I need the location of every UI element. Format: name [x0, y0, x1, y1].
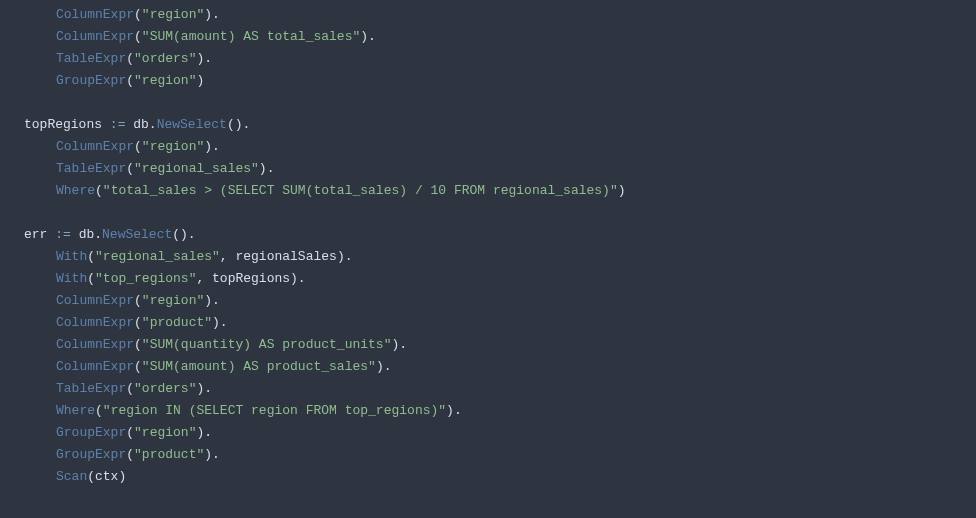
token-method: TableExpr: [56, 381, 126, 396]
token-method: GroupExpr: [56, 73, 126, 88]
token-ident: db.: [71, 227, 102, 242]
token-punct: ).: [196, 51, 212, 66]
token-method: ColumnExpr: [56, 7, 134, 22]
token-punct: ).: [360, 29, 376, 44]
code-line[interactable]: ColumnExpr("SUM(quantity) AS product_uni…: [24, 334, 976, 356]
blank-line: [24, 92, 976, 114]
token-method: Where: [56, 183, 95, 198]
code-line[interactable]: With("regional_sales", regionalSales).: [24, 246, 976, 268]
token-string: "region IN (SELECT region FROM top_regio…: [103, 403, 446, 418]
token-method: ColumnExpr: [56, 337, 134, 352]
token-method: With: [56, 249, 87, 264]
token-method: TableExpr: [56, 51, 126, 66]
token-punct: ).: [212, 315, 228, 330]
token-punct: (: [134, 293, 142, 308]
code-line[interactable]: ColumnExpr("region").: [24, 290, 976, 312]
code-line[interactable]: TableExpr("orders").: [24, 48, 976, 70]
token-punct: (: [87, 271, 95, 286]
token-string: "product": [134, 447, 204, 462]
token-punct: , topRegions).: [196, 271, 305, 286]
token-punct: ).: [204, 447, 220, 462]
token-method: GroupExpr: [56, 425, 126, 440]
code-line[interactable]: ColumnExpr("region").: [24, 4, 976, 26]
token-ident: err: [24, 227, 55, 242]
token-punct: ).: [446, 403, 462, 418]
code-line[interactable]: err := db.NewSelect().: [24, 224, 976, 246]
token-string: "SUM(amount) AS total_sales": [142, 29, 360, 44]
code-line[interactable]: ColumnExpr("product").: [24, 312, 976, 334]
code-line[interactable]: topRegions := db.NewSelect().: [24, 114, 976, 136]
code-line[interactable]: ColumnExpr("SUM(amount) AS product_sales…: [24, 356, 976, 378]
token-punct: ).: [376, 359, 392, 374]
token-string: "product": [142, 315, 212, 330]
token-method: Where: [56, 403, 95, 418]
token-punct: ).: [196, 381, 212, 396]
token-punct: ): [618, 183, 626, 198]
token-punct: (: [95, 183, 103, 198]
token-punct: (: [134, 7, 142, 22]
token-method: ColumnExpr: [56, 139, 134, 154]
token-string: "orders": [134, 51, 196, 66]
token-punct: ).: [391, 337, 407, 352]
token-string: "region": [142, 7, 204, 22]
token-punct: ).: [204, 7, 220, 22]
token-punct: (: [126, 73, 134, 88]
token-string: "regional_sales": [95, 249, 220, 264]
token-string: "region": [134, 73, 196, 88]
blank-line: [24, 202, 976, 224]
token-method: GroupExpr: [56, 447, 126, 462]
token-method: ColumnExpr: [56, 29, 134, 44]
token-method: ColumnExpr: [56, 359, 134, 374]
token-string: "top_regions": [95, 271, 196, 286]
token-method: ColumnExpr: [56, 315, 134, 330]
code-line[interactable]: Where("region IN (SELECT region FROM top…: [24, 400, 976, 422]
code-line[interactable]: With("top_regions", topRegions).: [24, 268, 976, 290]
token-ident: db.: [125, 117, 156, 132]
token-method: TableExpr: [56, 161, 126, 176]
token-method: NewSelect: [157, 117, 227, 132]
token-op: :=: [55, 227, 71, 242]
code-line[interactable]: Scan(ctx): [24, 466, 976, 488]
token-punct: (: [134, 139, 142, 154]
code-line[interactable]: TableExpr("regional_sales").: [24, 158, 976, 180]
token-punct: (: [87, 249, 95, 264]
token-method: With: [56, 271, 87, 286]
code-editor[interactable]: ColumnExpr("region").ColumnExpr("SUM(amo…: [0, 4, 976, 488]
token-punct: (: [134, 29, 142, 44]
code-line[interactable]: ColumnExpr("region").: [24, 136, 976, 158]
token-string: "SUM(amount) AS product_sales": [142, 359, 376, 374]
token-punct: (: [126, 51, 134, 66]
token-punct: (: [95, 403, 103, 418]
token-op: :=: [110, 117, 126, 132]
code-line[interactable]: ColumnExpr("SUM(amount) AS total_sales")…: [24, 26, 976, 48]
token-punct: (: [126, 447, 134, 462]
code-line[interactable]: GroupExpr("region"): [24, 70, 976, 92]
token-punct: ).: [204, 293, 220, 308]
token-punct: (: [134, 359, 142, 374]
token-punct: (ctx): [87, 469, 126, 484]
token-string: "regional_sales": [134, 161, 259, 176]
token-string: "orders": [134, 381, 196, 396]
token-punct: ().: [172, 227, 195, 242]
token-punct: (: [126, 381, 134, 396]
token-punct: (: [134, 315, 142, 330]
token-punct: (: [126, 161, 134, 176]
token-punct: (: [134, 337, 142, 352]
token-string: "region": [142, 293, 204, 308]
token-method: ColumnExpr: [56, 293, 134, 308]
token-method: NewSelect: [102, 227, 172, 242]
code-line[interactable]: Where("total_sales > (SELECT SUM(total_s…: [24, 180, 976, 202]
token-ident: topRegions: [24, 117, 110, 132]
token-string: "total_sales > (SELECT SUM(total_sales) …: [103, 183, 618, 198]
token-string: "SUM(quantity) AS product_units": [142, 337, 392, 352]
token-punct: ).: [204, 139, 220, 154]
code-line[interactable]: GroupExpr("product").: [24, 444, 976, 466]
token-string: "region": [142, 139, 204, 154]
token-punct: ): [196, 73, 204, 88]
code-line[interactable]: TableExpr("orders").: [24, 378, 976, 400]
code-line[interactable]: GroupExpr("region").: [24, 422, 976, 444]
token-punct: (: [126, 425, 134, 440]
token-punct: ().: [227, 117, 250, 132]
token-punct: , regionalSales).: [220, 249, 353, 264]
token-string: "region": [134, 425, 196, 440]
